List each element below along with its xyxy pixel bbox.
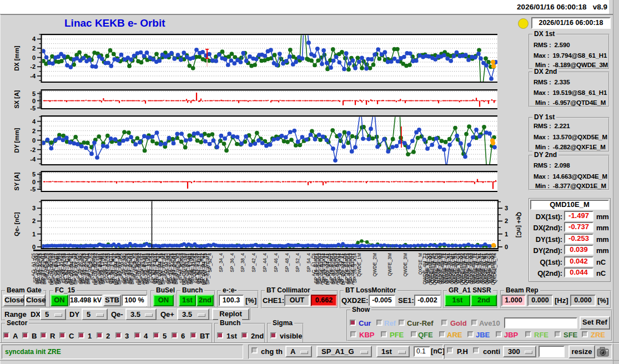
svg-text:DX [mm]: DX [mm] xyxy=(13,46,20,71)
svg-text:-5: -5 xyxy=(30,186,36,193)
svg-text:QXD6E_M_T4: QXD6E_M_T4 xyxy=(492,253,497,284)
svg-text:SP_42_4: SP_42_4 xyxy=(251,253,256,272)
svg-text:SP_48_4: SP_48_4 xyxy=(284,253,290,272)
svg-text:0: 0 xyxy=(505,244,508,250)
svg-text:2: 2 xyxy=(32,218,36,224)
svg-text:2: 2 xyxy=(32,128,36,134)
svg-text:0: 0 xyxy=(32,179,36,185)
svg-text:Qe+ [nC]: Qe+ [nC] xyxy=(516,212,522,237)
svg-text:SX [A]: SX [A] xyxy=(13,90,20,108)
svg-text:2: 2 xyxy=(505,218,508,224)
svg-text:SP_38_4: SP_38_4 xyxy=(240,253,245,272)
svg-text:1: 1 xyxy=(32,231,36,237)
svg-text:SP_44_4: SP_44_4 xyxy=(262,253,268,272)
svg-text:1: 1 xyxy=(505,231,508,237)
svg-text:QWDE_3M: QWDE_3M xyxy=(402,253,408,276)
svg-text:QWDE_1M: QWDE_1M xyxy=(356,253,362,276)
svg-text:0: 0 xyxy=(32,98,36,104)
svg-text:SP_46_4: SP_46_4 xyxy=(273,253,279,272)
svg-text:3: 3 xyxy=(505,205,508,211)
svg-text:Qe- [nC]: Qe- [nC] xyxy=(13,212,20,236)
svg-text:SP_34_4: SP_34_4 xyxy=(218,253,224,272)
svg-text:5: 5 xyxy=(32,90,36,97)
svg-text:5: 5 xyxy=(32,171,36,178)
svg-text:0: 0 xyxy=(32,54,36,61)
svg-text:SP_52_4: SP_52_4 xyxy=(295,253,300,272)
svg-text:DY [mm]: DY [mm] xyxy=(13,128,20,153)
svg-text:0: 0 xyxy=(32,244,36,250)
svg-text:-5: -5 xyxy=(30,105,36,112)
svg-text:0: 0 xyxy=(32,137,36,144)
svg-text:QWDE_2M: QWDE_2M xyxy=(372,253,378,276)
svg-text:3: 3 xyxy=(32,205,36,211)
svg-text:SP_36_4: SP_36_4 xyxy=(229,253,235,272)
svg-text:4: 4 xyxy=(32,118,36,125)
svg-text:-2: -2 xyxy=(30,63,36,70)
svg-text:-4: -4 xyxy=(30,73,36,79)
svg-text:SP_32_4: SP_32_4 xyxy=(207,253,213,272)
svg-text:QWFE_3M: QWFE_3M xyxy=(387,253,392,276)
svg-text:-2: -2 xyxy=(30,146,36,153)
svg-text:SY [A]: SY [A] xyxy=(13,172,20,190)
svg-text:-4: -4 xyxy=(30,156,36,163)
svg-text:2: 2 xyxy=(32,45,36,52)
svg-text:4: 4 xyxy=(32,36,36,42)
